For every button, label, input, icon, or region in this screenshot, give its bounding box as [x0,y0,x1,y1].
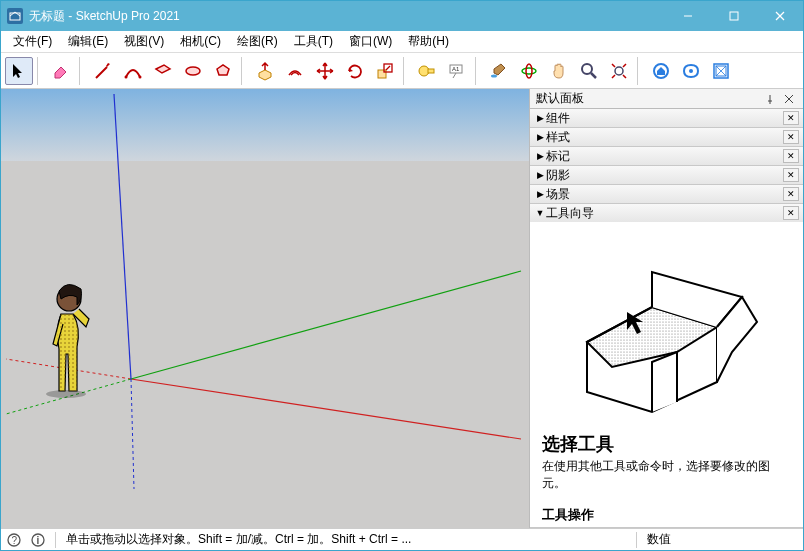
menu-edit[interactable]: 编辑(E) [60,31,116,52]
scale-tool-button[interactable] [371,57,399,85]
svg-rect-2 [730,12,738,20]
acc-styles[interactable]: ▶样式✕ [530,128,803,146]
polygon-tool-button[interactable] [209,57,237,85]
default-tray: 默认面板 ▶组件✕ ▶样式✕ ▶标记✕ ▶阴影✕ ▶场景✕ ▼工具向导✕ [529,89,803,528]
acc-label: 组件 [546,110,570,127]
app-icon [7,8,23,24]
instructor-step: 1. 点击图元。 [542,526,791,527]
acc-label: 工具向导 [546,205,594,222]
window-title: 无标题 - SketchUp Pro 2021 [29,8,180,25]
acc-close-icon[interactable]: ✕ [783,168,799,182]
svg-point-17 [582,64,592,74]
arc-tool-button[interactable] [119,57,147,85]
instructor-tool-desc: 在使用其他工具或命令时，选择要修改的图元。 [542,458,791,492]
instructor-tool-name: 选择工具 [542,432,791,456]
minimize-button[interactable] [665,1,711,31]
tray-title: 默认面板 [536,90,584,107]
acc-close-icon[interactable]: ✕ [783,187,799,201]
text-tool-button[interactable]: A1 [443,57,471,85]
paint-tool-button[interactable] [485,57,513,85]
acc-label: 场景 [546,186,570,203]
menu-camera[interactable]: 相机(C) [172,31,229,52]
chevron-right-icon: ▶ [534,113,546,123]
circle-tool-button[interactable] [179,57,207,85]
close-button[interactable] [757,1,803,31]
svg-text:?: ? [12,535,18,546]
svg-rect-0 [10,13,20,20]
svg-point-6 [139,75,142,78]
extension-warehouse-button[interactable] [677,57,705,85]
chevron-right-icon: ▶ [534,189,546,199]
vcr-label: 数值 [647,531,797,548]
acc-instructor[interactable]: ▼工具向导✕ [530,204,803,222]
acc-scenes[interactable]: ▶场景✕ [530,185,803,203]
pushpull-tool-button[interactable] [251,57,279,85]
acc-close-icon[interactable]: ✕ [783,111,799,125]
chevron-right-icon: ▶ [534,151,546,161]
acc-label: 阴影 [546,167,570,184]
menu-tool[interactable]: 工具(T) [286,31,341,52]
acc-label: 样式 [546,129,570,146]
acc-label: 标记 [546,148,570,165]
pin-icon[interactable] [763,92,777,106]
svg-point-14 [491,74,497,77]
select-tool-button[interactable] [5,57,33,85]
svg-line-25 [131,271,521,379]
svg-text:A1: A1 [452,66,460,72]
toolbar: A1 [1,53,803,89]
eraser-tool-button[interactable] [47,57,75,85]
acc-components[interactable]: ▶组件✕ [530,109,803,127]
svg-point-15 [522,68,536,74]
acc-close-icon[interactable]: ✕ [783,149,799,163]
acc-close-icon[interactable]: ✕ [783,206,799,220]
menu-file[interactable]: 文件(F) [5,31,60,52]
rectangle-tool-button[interactable] [149,57,177,85]
pan-tool-button[interactable] [545,57,573,85]
menu-draw[interactable]: 绘图(R) [229,31,286,52]
menu-help[interactable]: 帮助(H) [400,31,457,52]
acc-tags[interactable]: ▶标记✕ [530,147,803,165]
statusbar: ? i 单击或拖动以选择对象。Shift = 加/减。Ctrl = 加。Shif… [1,528,803,550]
svg-rect-8 [378,70,386,78]
chevron-down-icon: ▼ [534,208,546,218]
zoom-tool-button[interactable] [575,57,603,85]
offset-tool-button[interactable] [281,57,309,85]
maximize-button[interactable] [711,1,757,31]
viewport[interactable] [1,89,529,528]
info-icon[interactable]: i [31,533,45,547]
rotate-tool-button[interactable] [341,57,369,85]
svg-point-5 [125,75,128,78]
chevron-right-icon: ▶ [534,132,546,142]
titlebar: 无标题 - SketchUp Pro 2021 [1,1,803,31]
layout-button[interactable] [707,57,735,85]
move-tool-button[interactable] [311,57,339,85]
svg-rect-11 [428,69,434,73]
instructor-body: 选择工具 在使用其他工具或命令时，选择要修改的图元。 工具操作 1. 点击图元。 [530,222,803,527]
status-hint: 单击或拖动以选择对象。Shift = 加/减。Ctrl = 加。Shift + … [66,531,626,548]
instructor-illustration [557,252,777,422]
menubar: 文件(F) 编辑(E) 视图(V) 相机(C) 绘图(R) 工具(T) 窗口(W… [1,31,803,53]
tape-tool-button[interactable] [413,57,441,85]
svg-line-28 [131,379,134,489]
chevron-right-icon: ▶ [534,170,546,180]
svg-line-27 [114,94,131,379]
acc-close-icon[interactable]: ✕ [783,130,799,144]
help-icon[interactable]: ? [7,533,21,547]
acc-shadows[interactable]: ▶阴影✕ [530,166,803,184]
warehouse-button[interactable] [647,57,675,85]
svg-text:i: i [37,535,40,546]
line-tool-button[interactable] [89,57,117,85]
svg-point-7 [186,67,200,75]
orbit-tool-button[interactable] [515,57,543,85]
svg-point-20 [689,69,693,73]
tray-close-icon[interactable] [781,92,797,106]
zoom-extents-tool-button[interactable] [605,57,633,85]
scale-figure [31,249,101,399]
svg-point-16 [526,64,532,78]
instructor-ops-title: 工具操作 [542,506,791,524]
svg-point-18 [615,67,623,75]
menu-view[interactable]: 视图(V) [116,31,172,52]
menu-window[interactable]: 窗口(W) [341,31,400,52]
svg-point-29 [46,390,86,398]
svg-line-23 [131,379,521,439]
